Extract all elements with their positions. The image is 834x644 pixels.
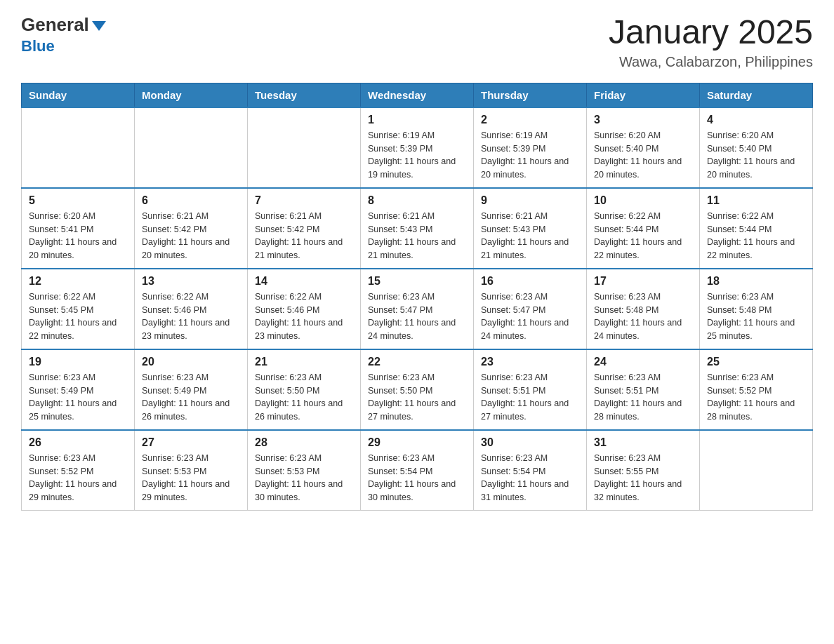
- day-info: Sunrise: 6:20 AM Sunset: 5:40 PM Dayligh…: [707, 129, 805, 182]
- calendar-table: SundayMondayTuesdayWednesdayThursdayFrid…: [21, 83, 813, 511]
- day-number: 9: [481, 194, 579, 207]
- day-info: Sunrise: 6:21 AM Sunset: 5:42 PM Dayligh…: [142, 210, 240, 262]
- day-number: 12: [29, 275, 127, 288]
- day-info: Sunrise: 6:23 AM Sunset: 5:54 PM Dayligh…: [368, 452, 466, 504]
- day-number: 11: [707, 194, 805, 207]
- logo-blue-text: Blue: [21, 37, 55, 55]
- calendar-cell: 10Sunrise: 6:22 AM Sunset: 5:44 PM Dayli…: [587, 188, 700, 269]
- day-info: Sunrise: 6:22 AM Sunset: 5:46 PM Dayligh…: [255, 290, 353, 343]
- calendar-cell: 30Sunrise: 6:23 AM Sunset: 5:54 PM Dayli…: [474, 430, 587, 511]
- calendar-cell: 23Sunrise: 6:23 AM Sunset: 5:51 PM Dayli…: [474, 349, 587, 430]
- calendar-cell: 22Sunrise: 6:23 AM Sunset: 5:50 PM Dayli…: [361, 349, 474, 430]
- calendar-cell: 1Sunrise: 6:19 AM Sunset: 5:39 PM Daylig…: [361, 107, 474, 188]
- day-info: Sunrise: 6:22 AM Sunset: 5:45 PM Dayligh…: [29, 290, 127, 343]
- day-number: 20: [142, 356, 240, 368]
- day-number: 23: [481, 356, 579, 368]
- week-row-5: 26Sunrise: 6:23 AM Sunset: 5:52 PM Dayli…: [22, 430, 813, 511]
- column-header-friday: Friday: [587, 83, 700, 107]
- column-header-sunday: Sunday: [22, 83, 135, 107]
- logo-area: General Blue: [21, 14, 106, 55]
- day-number: 13: [142, 275, 240, 288]
- calendar-cell: 14Sunrise: 6:22 AM Sunset: 5:46 PM Dayli…: [248, 269, 361, 349]
- column-header-monday: Monday: [135, 83, 248, 107]
- calendar-cell: 15Sunrise: 6:23 AM Sunset: 5:47 PM Dayli…: [361, 269, 474, 349]
- day-info: Sunrise: 6:23 AM Sunset: 5:51 PM Dayligh…: [594, 371, 692, 424]
- day-number: 27: [142, 436, 240, 449]
- day-number: 21: [255, 356, 353, 368]
- calendar-cell: 12Sunrise: 6:22 AM Sunset: 5:45 PM Dayli…: [22, 269, 135, 349]
- calendar-cell: 4Sunrise: 6:20 AM Sunset: 5:40 PM Daylig…: [700, 107, 813, 188]
- day-number: 7: [255, 194, 353, 207]
- week-row-4: 19Sunrise: 6:23 AM Sunset: 5:49 PM Dayli…: [22, 349, 813, 430]
- day-info: Sunrise: 6:23 AM Sunset: 5:52 PM Dayligh…: [707, 371, 805, 424]
- day-info: Sunrise: 6:23 AM Sunset: 5:50 PM Dayligh…: [368, 371, 466, 424]
- day-number: 1: [368, 114, 466, 126]
- day-number: 8: [368, 194, 466, 207]
- calendar-header-row: SundayMondayTuesdayWednesdayThursdayFrid…: [22, 83, 813, 107]
- week-row-2: 5Sunrise: 6:20 AM Sunset: 5:41 PM Daylig…: [22, 188, 813, 269]
- day-info: Sunrise: 6:23 AM Sunset: 5:51 PM Dayligh…: [481, 371, 579, 424]
- logo: General: [21, 14, 106, 36]
- calendar-cell: 6Sunrise: 6:21 AM Sunset: 5:42 PM Daylig…: [135, 188, 248, 269]
- day-number: 4: [707, 114, 805, 126]
- day-info: Sunrise: 6:23 AM Sunset: 5:48 PM Dayligh…: [594, 290, 692, 343]
- column-header-wednesday: Wednesday: [361, 83, 474, 107]
- day-number: 16: [481, 275, 579, 288]
- day-number: 30: [481, 436, 579, 449]
- week-row-3: 12Sunrise: 6:22 AM Sunset: 5:45 PM Dayli…: [22, 269, 813, 349]
- page-header: General Blue January 2025 Wawa, Calabarz…: [21, 14, 813, 70]
- calendar-cell: 19Sunrise: 6:23 AM Sunset: 5:49 PM Dayli…: [22, 349, 135, 430]
- day-info: Sunrise: 6:19 AM Sunset: 5:39 PM Dayligh…: [481, 129, 579, 182]
- calendar-cell: 21Sunrise: 6:23 AM Sunset: 5:50 PM Dayli…: [248, 349, 361, 430]
- day-info: Sunrise: 6:22 AM Sunset: 5:44 PM Dayligh…: [594, 210, 692, 262]
- column-header-saturday: Saturday: [700, 83, 813, 107]
- calendar-cell: 5Sunrise: 6:20 AM Sunset: 5:41 PM Daylig…: [22, 188, 135, 269]
- logo-general-text: General: [21, 14, 89, 36]
- day-info: Sunrise: 6:21 AM Sunset: 5:42 PM Dayligh…: [255, 210, 353, 262]
- day-number: 26: [29, 436, 127, 449]
- calendar-cell: 16Sunrise: 6:23 AM Sunset: 5:47 PM Dayli…: [474, 269, 587, 349]
- week-row-1: 1Sunrise: 6:19 AM Sunset: 5:39 PM Daylig…: [22, 107, 813, 188]
- logo-triangle-icon: [92, 21, 106, 31]
- day-info: Sunrise: 6:19 AM Sunset: 5:39 PM Dayligh…: [368, 129, 466, 182]
- day-info: Sunrise: 6:23 AM Sunset: 5:53 PM Dayligh…: [255, 452, 353, 504]
- day-number: 15: [368, 275, 466, 288]
- calendar-cell: 13Sunrise: 6:22 AM Sunset: 5:46 PM Dayli…: [135, 269, 248, 349]
- calendar-cell: 26Sunrise: 6:23 AM Sunset: 5:52 PM Dayli…: [22, 430, 135, 511]
- column-header-tuesday: Tuesday: [248, 83, 361, 107]
- day-info: Sunrise: 6:23 AM Sunset: 5:48 PM Dayligh…: [707, 290, 805, 343]
- day-number: 28: [255, 436, 353, 449]
- calendar-cell: [248, 107, 361, 188]
- day-number: 5: [29, 194, 127, 207]
- calendar-cell: [22, 107, 135, 188]
- title-area: January 2025 Wawa, Calabarzon, Philippin…: [609, 14, 813, 70]
- calendar-cell: 2Sunrise: 6:19 AM Sunset: 5:39 PM Daylig…: [474, 107, 587, 188]
- day-number: 3: [594, 114, 692, 126]
- calendar-cell: 11Sunrise: 6:22 AM Sunset: 5:44 PM Dayli…: [700, 188, 813, 269]
- day-number: 2: [481, 114, 579, 126]
- calendar-cell: 20Sunrise: 6:23 AM Sunset: 5:49 PM Dayli…: [135, 349, 248, 430]
- day-info: Sunrise: 6:23 AM Sunset: 5:47 PM Dayligh…: [481, 290, 579, 343]
- day-info: Sunrise: 6:23 AM Sunset: 5:53 PM Dayligh…: [142, 452, 240, 504]
- day-info: Sunrise: 6:21 AM Sunset: 5:43 PM Dayligh…: [481, 210, 579, 262]
- calendar-cell: 28Sunrise: 6:23 AM Sunset: 5:53 PM Dayli…: [248, 430, 361, 511]
- day-number: 14: [255, 275, 353, 288]
- calendar-cell: 27Sunrise: 6:23 AM Sunset: 5:53 PM Dayli…: [135, 430, 248, 511]
- page-title: January 2025: [609, 14, 813, 51]
- day-info: Sunrise: 6:23 AM Sunset: 5:54 PM Dayligh…: [481, 452, 579, 504]
- day-number: 17: [594, 275, 692, 288]
- day-info: Sunrise: 6:23 AM Sunset: 5:49 PM Dayligh…: [142, 371, 240, 424]
- calendar-cell: 25Sunrise: 6:23 AM Sunset: 5:52 PM Dayli…: [700, 349, 813, 430]
- day-number: 22: [368, 356, 466, 368]
- calendar-cell: 7Sunrise: 6:21 AM Sunset: 5:42 PM Daylig…: [248, 188, 361, 269]
- day-info: Sunrise: 6:20 AM Sunset: 5:41 PM Dayligh…: [29, 210, 127, 262]
- day-info: Sunrise: 6:21 AM Sunset: 5:43 PM Dayligh…: [368, 210, 466, 262]
- day-info: Sunrise: 6:23 AM Sunset: 5:47 PM Dayligh…: [368, 290, 466, 343]
- day-info: Sunrise: 6:23 AM Sunset: 5:55 PM Dayligh…: [594, 452, 692, 504]
- day-number: 25: [707, 356, 805, 368]
- day-number: 24: [594, 356, 692, 368]
- day-number: 6: [142, 194, 240, 207]
- day-number: 29: [368, 436, 466, 449]
- calendar-cell: 8Sunrise: 6:21 AM Sunset: 5:43 PM Daylig…: [361, 188, 474, 269]
- calendar-cell: 31Sunrise: 6:23 AM Sunset: 5:55 PM Dayli…: [587, 430, 700, 511]
